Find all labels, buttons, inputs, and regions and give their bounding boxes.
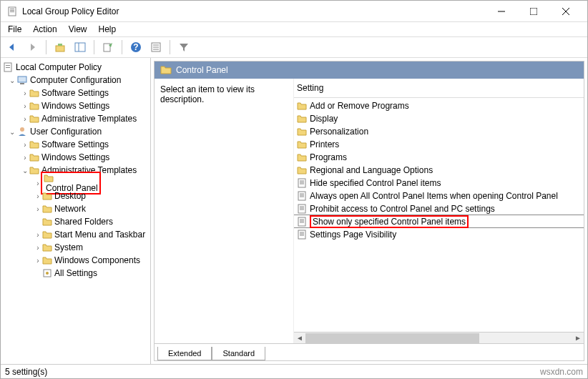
show-hide-tree-button[interactable] bbox=[72, 39, 88, 55]
forward-button[interactable] bbox=[24, 39, 40, 55]
tree-uc[interactable]: ⌄ User Configuration bbox=[1, 125, 150, 138]
expand-icon[interactable]: › bbox=[34, 231, 42, 239]
svg-point-25 bbox=[46, 272, 49, 275]
expand-icon[interactable]: › bbox=[21, 154, 29, 162]
list-row[interactable]: Display bbox=[294, 112, 584, 125]
list-item-label: Regional and Language Options bbox=[310, 165, 433, 175]
svg-rect-20 bbox=[6, 67, 10, 68]
up-button[interactable] bbox=[52, 39, 68, 55]
tree-root[interactable]: Local Computer Policy bbox=[1, 61, 150, 74]
watermark: wsxdn.com bbox=[540, 367, 583, 377]
policy-icon bbox=[297, 191, 307, 201]
menu-view[interactable]: View bbox=[69, 24, 87, 34]
user-icon bbox=[16, 126, 28, 137]
tree-system[interactable]: ›System bbox=[1, 241, 150, 254]
help-button[interactable]: ? bbox=[128, 39, 144, 55]
svg-rect-3 bbox=[10, 11, 14, 12]
list-row[interactable]: Personalization bbox=[294, 125, 584, 138]
maximize-button[interactable] bbox=[517, 1, 549, 21]
list-row[interactable]: Add or Remove Programs bbox=[294, 99, 584, 112]
folder-icon bbox=[297, 114, 307, 124]
toolbar-separator bbox=[46, 40, 46, 54]
list-row[interactable]: Programs bbox=[294, 151, 584, 164]
list-item-label: Display bbox=[310, 114, 338, 124]
tree-cc-win[interactable]: ›Windows Settings bbox=[1, 99, 150, 112]
export-button[interactable] bbox=[100, 39, 116, 55]
folder-icon bbox=[297, 101, 307, 111]
tab-extended[interactable]: Extended bbox=[157, 347, 212, 360]
folder-icon bbox=[44, 173, 98, 183]
tree-label: Windows Settings bbox=[41, 101, 109, 111]
description-column: Select an item to view its description. bbox=[155, 79, 294, 343]
list-row[interactable]: Show only specified Control Panel items bbox=[294, 215, 584, 228]
scroll-left-arrow[interactable]: ◄ bbox=[294, 334, 305, 342]
computer-icon bbox=[16, 74, 28, 86]
svg-rect-2 bbox=[10, 10, 14, 11]
svg-rect-42 bbox=[298, 230, 305, 239]
expand-icon[interactable]: › bbox=[21, 89, 29, 97]
horizontal-scrollbar[interactable]: ◄ ► bbox=[294, 332, 584, 343]
close-button[interactable] bbox=[549, 1, 582, 21]
tree-label: Shared Folders bbox=[54, 217, 113, 227]
tree-uc-sw[interactable]: ›Software Settings bbox=[1, 138, 150, 151]
list-row[interactable]: Always open All Control Panel Items when… bbox=[294, 190, 584, 202]
tree-label: Start Menu and Taskbar bbox=[54, 230, 145, 240]
svg-rect-19 bbox=[6, 65, 10, 66]
folder-icon bbox=[297, 139, 307, 149]
toolbar-separator bbox=[122, 40, 122, 54]
policy-icon bbox=[2, 61, 14, 73]
collapse-icon[interactable]: ⌄ bbox=[21, 167, 29, 174]
folder-icon bbox=[29, 165, 39, 175]
properties-button[interactable] bbox=[148, 39, 164, 55]
folder-icon bbox=[42, 230, 52, 240]
menu-action[interactable]: Action bbox=[33, 24, 57, 34]
menu-file[interactable]: File bbox=[8, 24, 21, 34]
expand-icon[interactable]: › bbox=[34, 244, 42, 252]
tree-allset[interactable]: All Settings bbox=[1, 267, 150, 280]
tree-cc[interactable]: ⌄ Computer Configuration bbox=[1, 74, 150, 87]
expand-icon[interactable]: › bbox=[21, 102, 29, 110]
collapse-icon[interactable]: ⌄ bbox=[8, 128, 16, 136]
svg-rect-8 bbox=[56, 46, 64, 51]
details-header-title: Control Panel bbox=[176, 65, 228, 75]
expand-icon[interactable]: › bbox=[34, 257, 42, 265]
folder-icon bbox=[29, 101, 39, 111]
back-button[interactable] bbox=[4, 39, 20, 55]
tree-label: Windows Settings bbox=[41, 152, 109, 162]
tree-label: Administrative Templates bbox=[41, 114, 137, 124]
status-bar: 5 setting(s) wsxdn.com bbox=[1, 364, 587, 378]
expand-icon[interactable]: › bbox=[21, 141, 29, 149]
list-row[interactable]: Settings Page Visibility bbox=[294, 228, 584, 241]
toolbar: ? bbox=[1, 36, 587, 58]
tree-cc-at[interactable]: ›Administrative Templates bbox=[1, 112, 150, 125]
tree-wincomp[interactable]: ›Windows Components bbox=[1, 254, 150, 267]
tree-desktop[interactable]: ›Desktop bbox=[1, 190, 150, 202]
tree-shared[interactable]: Shared Folders bbox=[1, 215, 150, 228]
menu-help[interactable]: Help bbox=[99, 24, 117, 34]
tree-label: All Settings bbox=[54, 268, 97, 278]
expand-icon[interactable]: › bbox=[34, 205, 42, 213]
tree-cc-sw[interactable]: ›Software Settings bbox=[1, 87, 150, 99]
description-text: Select an item to view its description. bbox=[160, 84, 255, 104]
expand-icon[interactable]: › bbox=[21, 115, 29, 123]
list-row[interactable]: Prohibit access to Control Panel and PC … bbox=[294, 202, 584, 215]
scroll-right-arrow[interactable]: ► bbox=[572, 334, 584, 342]
tree-pane: Local Computer Policy ⌄ Computer Configu… bbox=[1, 58, 151, 364]
list-row[interactable]: Regional and Language Options bbox=[294, 164, 584, 177]
scroll-thumb[interactable] bbox=[305, 333, 479, 343]
list-row[interactable]: Hide specified Control Panel items bbox=[294, 177, 584, 190]
tree-network[interactable]: ›Network bbox=[1, 202, 150, 215]
filter-button[interactable] bbox=[176, 39, 192, 55]
tree-label: User Configuration bbox=[30, 127, 102, 137]
tree-control-panel[interactable]: ›Control Panel bbox=[1, 177, 150, 190]
expand-icon[interactable]: › bbox=[34, 192, 42, 200]
tree-start[interactable]: ›Start Menu and Taskbar bbox=[1, 228, 150, 241]
policy-icon bbox=[297, 217, 307, 227]
collapse-icon[interactable]: ⌄ bbox=[8, 77, 16, 84]
tree-uc-win[interactable]: ›Windows Settings bbox=[1, 151, 150, 164]
list-row[interactable]: Printers bbox=[294, 138, 584, 151]
toolbar-separator bbox=[170, 40, 170, 54]
column-header-setting[interactable]: Setting bbox=[294, 79, 584, 98]
tab-standard[interactable]: Standard bbox=[212, 347, 265, 360]
minimize-button[interactable] bbox=[485, 1, 517, 21]
